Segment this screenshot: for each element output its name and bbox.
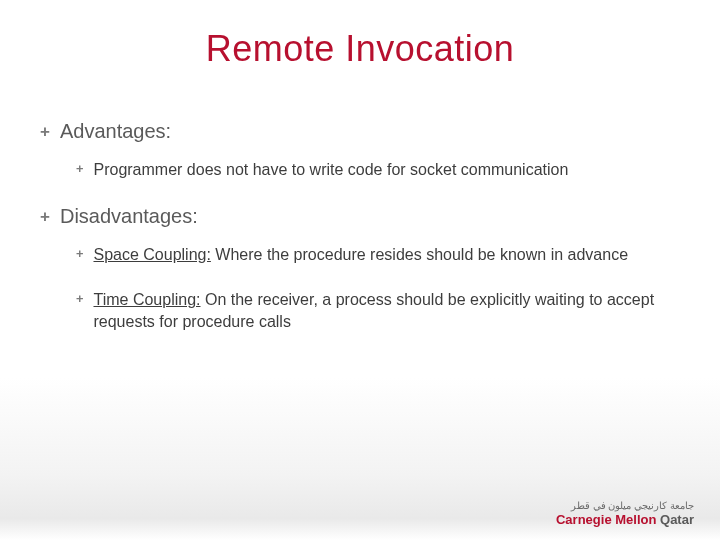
slide-content: + Advantages: + Programmer does not have… [40,120,680,356]
bullet-advantages: + Advantages: [40,120,680,143]
bullet-disadvantages: + Disadvantages: [40,205,680,228]
logo-cm: Carnegie Mellon [556,512,656,527]
slide: Remote Invocation + Advantages: + Progra… [0,0,720,540]
logo-arabic: جامعة كارنيجي ميلون في قطر [556,501,694,511]
item-text: Programmer does not have to write code f… [93,159,680,181]
bullet-item: + Time Coupling: On the receiver, a proc… [76,289,680,332]
plus-icon: + [76,290,83,307]
item-text: Space Coupling: Where the procedure resi… [93,244,680,266]
section-heading: Disadvantages: [60,205,680,228]
item-term: Time Coupling: [93,291,200,308]
logo-qatar: Qatar [660,512,694,527]
logo-english: Carnegie Mellon Qatar [556,513,694,526]
section-heading: Advantages: [60,120,680,143]
plus-icon: + [40,122,50,142]
item-text: Time Coupling: On the receiver, a proces… [93,289,680,332]
plus-icon: + [76,160,83,177]
bullet-item: + Programmer does not have to write code… [76,159,680,181]
plus-icon: + [76,245,83,262]
plus-icon: + [40,207,50,227]
brand-logo: جامعة كارنيجي ميلون في قطر Carnegie Mell… [556,501,694,526]
item-body: Where the procedure resides should be kn… [211,246,628,263]
item-term: Space Coupling: [93,246,210,263]
bullet-item: + Space Coupling: Where the procedure re… [76,244,680,266]
slide-title: Remote Invocation [0,28,720,70]
